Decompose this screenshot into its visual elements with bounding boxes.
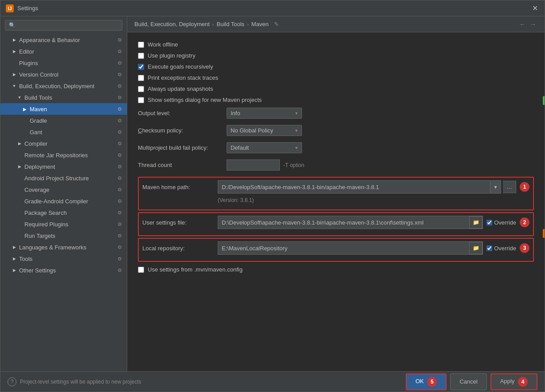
user-settings-override-checkbox[interactable] [486, 220, 492, 225]
ok-badge: 5 [427, 377, 437, 387]
gear-icon: ⚙ [116, 198, 123, 205]
gear-icon: ⚙ [116, 48, 123, 55]
gear-icon: ⚙ [116, 221, 123, 228]
local-repo-label: Local repository: [142, 245, 218, 252]
sidebar-item-label: Gradle [30, 117, 114, 124]
settings-scroll-area: Work offline Use plugin registry Execute… [127, 32, 545, 371]
multiproject-policy-row: Multiproject build fail policy: Default … [138, 142, 534, 153]
sidebar-item-android-project[interactable]: ▶ Android Project Structure ⚙ [0, 172, 127, 184]
breadcrumb-build-tools[interactable]: Build Tools [216, 21, 244, 27]
bottom-help-text: Project-level settings will be applied t… [20, 379, 141, 385]
work-offline-checkbox[interactable] [138, 42, 144, 48]
local-repo-override-wrapper: Override [486, 245, 516, 252]
user-settings-input[interactable] [218, 217, 469, 228]
sidebar-item-label: Maven [30, 106, 114, 113]
gear-icon: ⚙ [116, 163, 123, 170]
local-repo-input[interactable] [218, 243, 469, 254]
sidebar-item-plugins[interactable]: ▶ Plugins ⚙ [0, 57, 127, 69]
multiproject-policy-dropdown-wrapper: Default Always Never [227, 142, 302, 153]
use-mvn-settings-label: Use settings from .mvn/maven.config [148, 266, 243, 273]
sidebar-item-build-tools[interactable]: ▼ Build Tools ⚙ [0, 92, 127, 103]
sidebar-item-gradle[interactable]: ▶ Gradle ⚙ [0, 115, 127, 126]
sidebar-item-languages[interactable]: ▶ Languages & Frameworks ⚙ [0, 241, 127, 253]
sidebar-item-label: Run Targets [24, 233, 114, 239]
sidebar-item-label: Package Search [24, 210, 114, 216]
breadcrumb-build-execution[interactable]: Build, Execution, Deployment [134, 21, 210, 27]
user-settings-browse-btn[interactable]: 📁 [469, 216, 482, 229]
sidebar-item-appearance[interactable]: ▶ Appearance & Behavior ⚙ [0, 34, 127, 46]
sidebar-item-editor[interactable]: ▶ Editor ⚙ [0, 46, 127, 57]
sidebar-item-required-plugins[interactable]: ▶ Required Plugins ⚙ [0, 218, 127, 230]
user-settings-input-wrapper: 📁 [218, 216, 483, 229]
local-repo-badge: 3 [520, 243, 529, 253]
plugin-registry-label: Use plugin registry [148, 52, 196, 59]
sidebar-item-coverage[interactable]: ▶ Coverage ⚙ [0, 184, 127, 195]
search-input[interactable] [5, 20, 122, 31]
output-level-select[interactable]: Debug Info Warning Error [227, 108, 302, 119]
close-button[interactable]: ✕ [530, 4, 539, 13]
cancel-button[interactable]: Cancel [450, 373, 486, 390]
gear-icon: ⚙ [116, 36, 123, 43]
sidebar-item-tools[interactable]: ▶ Tools ⚙ [0, 253, 127, 264]
sidebar-item-label: Build Tools [24, 94, 114, 101]
use-mvn-settings-checkbox[interactable] [138, 267, 144, 273]
multiproject-policy-select[interactable]: Default Always Never [227, 142, 302, 153]
apply-button[interactable]: Apply 4 [490, 373, 537, 390]
sidebar-item-run-targets[interactable]: ▶ Run Targets ⚙ [0, 230, 127, 241]
sidebar-item-label: Deployment [24, 163, 114, 170]
maven-home-section: Maven home path: ▼ … 1 (Version: 3.8.1) [138, 177, 534, 210]
local-repo-browse-btn[interactable]: 📁 [469, 242, 482, 254]
sidebar-item-remote-jar[interactable]: ▶ Remote Jar Repositories ⚙ [0, 149, 127, 161]
right-accent-orange [543, 229, 545, 238]
sidebar-item-label: Appearance & Behavior [19, 37, 114, 43]
sidebar-item-version-control[interactable]: ▶ Version Control ⚙ [0, 69, 127, 80]
arrow-icon: ▶ [11, 71, 17, 78]
sidebar-item-build-execution[interactable]: ▼ Build, Execution, Deployment ⚙ [0, 80, 127, 92]
maven-version-text: (Version: 3.8.1) [218, 197, 529, 203]
plugin-registry-checkbox[interactable] [138, 53, 144, 59]
multiproject-policy-label: Multiproject build fail policy: [138, 144, 227, 151]
thread-count-input[interactable] [227, 159, 280, 171]
use-plugin-registry-row: Use plugin registry [138, 52, 534, 59]
sidebar-item-other-settings[interactable]: ▶ Other Settings ⚙ [0, 264, 127, 276]
sidebar-item-maven[interactable]: ▶ Maven ⚙ [0, 103, 127, 115]
nav-back-button[interactable]: ← [518, 20, 527, 29]
nav-forward-button[interactable]: → [529, 20, 537, 29]
gear-icon: ⚙ [116, 267, 123, 274]
apply-badge: 4 [518, 377, 528, 387]
maven-home-dropdown-btn[interactable]: ▼ [490, 181, 501, 193]
sidebar-item-deployment[interactable]: ▶ Deployment ⚙ [0, 161, 127, 172]
breadcrumb-sep-1: › [212, 22, 214, 27]
help-icon[interactable]: ? [8, 377, 16, 386]
user-settings-badge: 2 [520, 217, 529, 227]
ok-label: OK [416, 378, 424, 384]
arrow-icon: ▶ [11, 256, 17, 262]
maven-home-input-wrapper: ▼ [218, 180, 501, 194]
bottom-bar: ? Project-level settings will be applied… [0, 371, 545, 392]
user-settings-override-wrapper: Override [486, 219, 516, 226]
print-exception-checkbox[interactable] [138, 75, 144, 81]
show-settings-checkbox[interactable] [138, 97, 144, 103]
sidebar-item-gradle-android[interactable]: ▶ Gradle-Android Compiler ⚙ [0, 195, 127, 207]
execute-goals-checkbox[interactable] [138, 64, 144, 70]
sidebar-item-gant[interactable]: ▶ Gant ⚙ [0, 126, 127, 138]
maven-home-input[interactable] [218, 182, 490, 193]
bottom-help: ? Project-level settings will be applied… [8, 377, 406, 386]
always-update-checkbox[interactable] [138, 86, 144, 92]
apply-label: Apply [500, 378, 515, 384]
sidebar: ▶ Appearance & Behavior ⚙ ▶ Editor ⚙ ▶ P… [0, 16, 127, 371]
checksum-policy-select[interactable]: No Global Policy Fail Warn Ignore [227, 125, 302, 136]
content-wrapper: Build, Execution, Deployment › Build Too… [127, 16, 545, 371]
maven-home-browse-btn[interactable]: … [503, 181, 516, 193]
sidebar-item-compiler[interactable]: ▶ Compiler ⚙ [0, 138, 127, 149]
sidebar-item-label: Gant [30, 129, 114, 136]
gear-icon: ⚙ [116, 175, 123, 182]
sidebar-item-label: Languages & Frameworks [19, 244, 114, 251]
sidebar-item-label: Required Plugins [24, 221, 114, 228]
ok-button[interactable]: OK 5 [406, 373, 447, 390]
sidebar-item-label: Build, Execution, Deployment [19, 83, 114, 89]
local-repo-override-checkbox[interactable] [486, 245, 492, 251]
sidebar-item-package-search[interactable]: ▶ Package Search ⚙ [0, 207, 127, 218]
thread-count-label: Thread count [138, 162, 227, 168]
breadcrumb-edit-icon[interactable]: ✎ [274, 21, 279, 27]
